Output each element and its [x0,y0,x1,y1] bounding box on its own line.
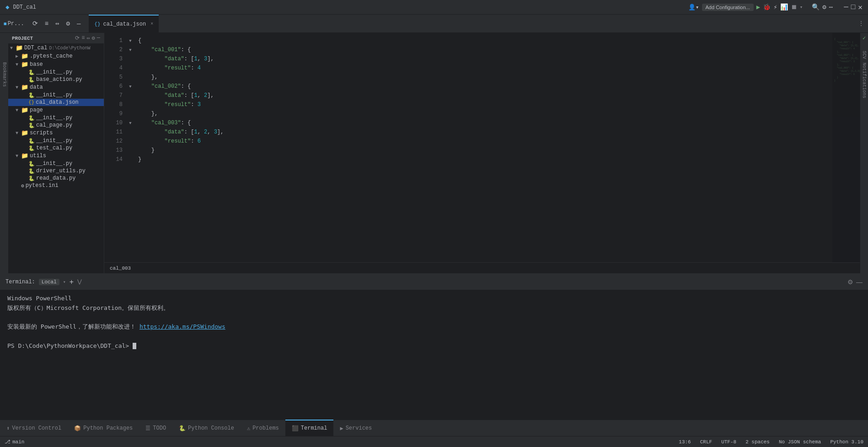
status-indentation[interactable]: 2 spaces [741,436,774,447]
project-label[interactable]: Pr... [8,21,24,27]
tree-item-page-init[interactable]: 🐍 __init__.py [8,114,104,122]
fold-btn-4 [126,64,134,73]
file-tab-cal-data-json[interactable]: {} cal_data.json × [89,15,159,33]
more-icon[interactable]: ⋯ [829,3,833,11]
more-run-options-icon[interactable]: ▾ [800,4,803,10]
profile-icon[interactable]: 📊 [780,3,788,11]
tree-close-icon[interactable]: — [74,18,83,29]
fold-btn-1[interactable]: ▼ [126,37,134,46]
sync-icon[interactable]: ⟳ [30,18,41,29]
terminal-minimize-button[interactable]: — [856,278,863,286]
tree-item-utils[interactable]: ▼ 📁 utils [8,152,104,160]
terminal-content[interactable]: Windows PowerShell 版权所有（C）Microsoft Corp… [0,290,868,420]
tree-py-icon-5: 🐍 [28,122,35,128]
fold-btn-2[interactable]: ▼ [126,46,134,55]
tree-item-scripts[interactable]: ▼ 📁 scripts [8,129,104,137]
tree-item-pytest-ini[interactable]: ⚙ pytest.ini [8,182,104,189]
tree-py-icon: 🐍 [28,69,35,75]
tree-item-data-init[interactable]: 🐍 __init__.py [8,91,104,99]
fold-btn-10[interactable]: ▼ [126,119,134,128]
tab-python-console[interactable]: 🐍 Python Console [172,420,241,436]
minimize-button[interactable]: ─ [844,3,848,11]
status-file-type[interactable]: No JSON schema [774,436,825,447]
debug-icon[interactable]: 🐞 [763,3,771,11]
maximize-button[interactable]: □ [851,3,856,11]
tree-settings-icon[interactable]: ⚙ [92,35,95,42]
dropdown-icon[interactable]: ▾ [63,279,66,285]
status-encoding[interactable]: UTF-8 [717,436,741,447]
tree-folder-icon-data: 📁 [21,84,28,91]
tab-problems[interactable]: ⚠ Problems [241,420,285,436]
status-position[interactable]: 13:6 [674,436,695,447]
tree-item-utils-init[interactable]: 🐍 __init__.py [8,160,104,167]
tree-root-item[interactable]: ▼ 📁 DDT_cal D:\Code\PythonW [8,44,104,52]
stop-icon[interactable]: ⏹ [791,4,797,11]
status-git[interactable]: ⎇ main [0,436,29,447]
more-tabs-icon[interactable]: ⋮ [858,20,864,27]
status-python-version[interactable]: Python 3.10 [825,436,868,447]
tree-item-read-data[interactable]: 🐍 read_data.py [8,175,104,182]
terminal-powershell-link[interactable]: https://aka.ms/PSWindows [139,323,225,330]
tab-label: cal_data.json [103,21,146,27]
tree-item-scripts-init[interactable]: 🐍 __init__.py [8,137,104,144]
tree-item-test-cal[interactable]: 🐍 test_cal.py [8,144,104,152]
code-line-5: }, [134,73,832,82]
tab-todo[interactable]: ☰ TODO [139,420,172,436]
status-crlf[interactable]: CRLF [696,436,717,447]
tree-item-base-action[interactable]: 🐍 base_action.py [8,76,104,83]
tree-item-base[interactable]: ▼ 📁 base [8,60,104,69]
tree-minimize-icon[interactable]: — [97,35,100,42]
tab-terminal[interactable]: ⬛ Terminal [285,420,334,436]
tab-version-control[interactable]: ⬆ Version Control [0,420,68,436]
status-right: 13:6 CRLF UTF-8 2 spaces No JSON schema … [674,436,868,447]
tree-settings-icon[interactable]: ⚙ [63,18,72,29]
scv-label[interactable]: SCV [862,51,867,59]
tree-label-data: data [30,84,43,90]
code-line-2: "cal_001": { [134,46,832,55]
user-icon[interactable]: 👤▾ [688,4,699,11]
run-icon[interactable]: ▶ [756,3,760,11]
terminal-settings-button[interactable]: ⚙ [847,278,853,286]
tree-label-cal-page: cal_page.py [36,122,72,128]
tree-item-data[interactable]: ▼ 📁 data [8,83,104,91]
fold-btn-6[interactable]: ▼ [126,82,134,91]
tab-services[interactable]: ▶ Services [333,420,378,436]
search-icon[interactable]: 🔍 [812,3,820,11]
terminal-expand-icon[interactable]: ⋁ [77,278,82,285]
tree-item-pytest-cache[interactable]: ▶ 📁 .pytest_cache [8,52,104,60]
tab-close-button[interactable]: × [150,21,153,27]
coverage-icon[interactable]: ⚡ [773,3,777,11]
tree-collapse-icon[interactable]: ≡ [81,35,85,42]
tree-folder-icon-utils: 📁 [21,152,28,160]
tree-item-page[interactable]: ▼ 📁 page [8,106,104,114]
close-button[interactable]: ✕ [858,3,863,12]
python-packages-icon: 📦 [74,425,81,432]
tree-item-base-init[interactable]: 🐍 __init__.py [8,69,104,76]
fold-btn-5 [126,73,134,82]
settings-icon[interactable]: ⚙ [822,3,826,11]
tab-problems-label: Problems [252,425,279,431]
project-icon[interactable]: ◼ [4,21,7,27]
tab-python-packages[interactable]: 📦 Python Packages [68,420,139,436]
tree-root-path: D:\Code\PythonW [49,46,90,51]
notifications-label[interactable]: Notifications [862,63,867,98]
bookmarks-icon[interactable]: Bookmarks [2,62,7,87]
tree-item-cal-data-json[interactable]: {} cal_data.json [8,99,104,106]
terminal-label: Terminal: [5,279,35,285]
collapse-all-icon[interactable]: ≡ [42,18,51,29]
editor-area: 1 2 3 4 5 6 7 8 9 10 11 12 13 14 ▼ ▼ [104,33,860,273]
code-line-6: "cal_002": { [134,82,832,91]
code-editor[interactable]: { "cal_001": { "data": [1, 3], "result":… [134,33,832,262]
terminal-add-button[interactable]: + [70,278,74,286]
add-configuration-button[interactable]: Add Configuration... [702,4,754,11]
terminal-area: Terminal: Local ▾ + ⋁ ⚙ — Windows PowerS… [0,273,868,420]
tree-arrow-base: ▼ [16,62,21,67]
tree-item-driver-utils[interactable]: 🐍 driver_utils.py [8,167,104,175]
expand-icon[interactable]: ⇔ [53,18,62,29]
tree-item-cal-page[interactable]: 🐍 cal_page.py [8,122,104,129]
tree-expand-icon[interactable]: ⇔ [86,35,90,42]
code-line-13: } [134,146,832,155]
tree-py-icon-7: 🐍 [28,145,35,151]
tree-sync-icon[interactable]: ⟳ [75,35,80,42]
code-line-14: } [134,155,832,165]
